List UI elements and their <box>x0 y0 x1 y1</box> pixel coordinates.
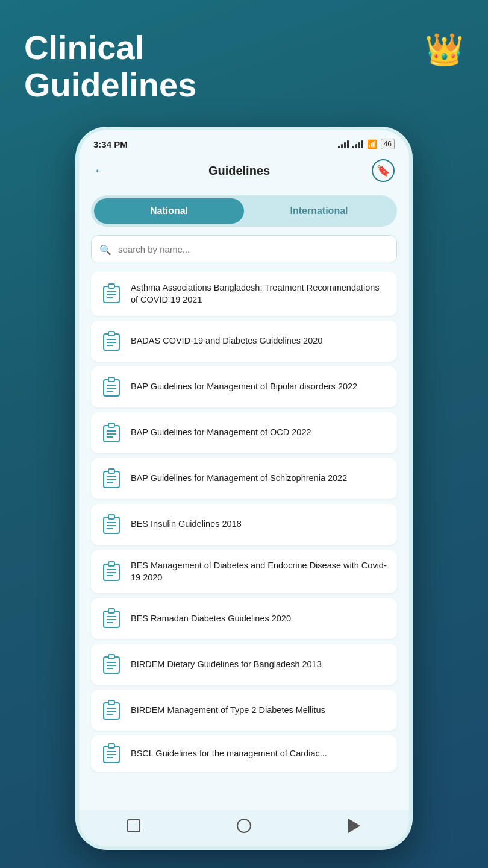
phone-inner: 3:34 PM 📶 46 <box>79 130 409 846</box>
tab-container: National International <box>91 195 397 227</box>
guideline-icon <box>101 283 122 304</box>
bookmark-button[interactable]: 🔖 <box>372 159 395 182</box>
nav-title: Guidelines <box>208 164 270 178</box>
guideline-text: BADAS COVID-19 and Diabetes Guidelines 2… <box>131 335 322 347</box>
guideline-text: BAP Guidelines for Management of Bipolar… <box>131 380 357 392</box>
status-icons: 📶 46 <box>338 139 395 149</box>
triangle-icon <box>348 819 360 833</box>
list-item[interactable]: Asthma Associations Bangladesh: Treatmen… <box>91 272 397 316</box>
list-item[interactable]: BSCL Guidelines for the management of Ca… <box>91 735 397 772</box>
list-item[interactable]: BES Management of Diabetes and Endocrine… <box>91 550 397 594</box>
guideline-icon <box>101 699 122 721</box>
back-button[interactable]: ← <box>93 163 107 178</box>
list-item[interactable]: BAP Guidelines for Management of Bipolar… <box>91 366 397 407</box>
nav-bar: ← Guidelines 🔖 <box>79 153 409 190</box>
tab-national[interactable]: National <box>94 198 244 224</box>
search-icon: 🔍 <box>99 244 111 255</box>
square-icon <box>127 819 140 832</box>
wifi-icon: 📶 <box>367 139 377 149</box>
guideline-icon <box>101 422 122 444</box>
guideline-icon <box>101 608 122 629</box>
svg-rect-31 <box>108 562 114 566</box>
status-time: 3:34 PM <box>93 139 128 149</box>
tab-international[interactable]: International <box>244 198 394 224</box>
svg-rect-36 <box>108 609 114 613</box>
guideline-text: BES Management of Diabetes and Endocrine… <box>131 559 387 584</box>
list-item[interactable]: BAP Guidelines for Management of Schizop… <box>91 458 397 499</box>
guideline-icon <box>101 330 122 352</box>
guideline-text: BES Ramadan Diabetes Guidelines 2020 <box>131 612 291 624</box>
svg-rect-51 <box>108 744 114 748</box>
guideline-icon <box>101 468 122 489</box>
guideline-text: BAP Guidelines for Management of OCD 202… <box>131 426 311 438</box>
nav-back-button[interactable] <box>346 817 363 834</box>
svg-rect-46 <box>108 700 114 705</box>
list-item[interactable]: BADAS COVID-19 and Diabetes Guidelines 2… <box>91 321 397 362</box>
signal-bars-1 <box>338 140 349 148</box>
list-item[interactable]: BES Insulin Guidelines 2018 <box>91 504 397 545</box>
guideline-icon <box>101 653 122 675</box>
phone-frame: 3:34 PM 📶 46 <box>75 127 413 850</box>
guideline-icon <box>101 561 122 582</box>
page-title: Clinical Guidelines <box>24 29 196 103</box>
svg-rect-11 <box>108 377 114 382</box>
guideline-text: BIRDEM Dietary Guidelines for Bangladesh… <box>131 658 322 670</box>
bookmark-icon: 🔖 <box>377 164 390 177</box>
svg-rect-26 <box>108 515 114 519</box>
list-item[interactable]: BIRDEM Management of Type 2 Diabetes Mel… <box>91 690 397 731</box>
guideline-text: BES Insulin Guidelines 2018 <box>131 518 242 530</box>
svg-rect-6 <box>108 332 114 336</box>
signal-bars-2 <box>352 140 363 148</box>
phone-mockup: 3:34 PM 📶 46 <box>75 127 413 850</box>
battery-icon: 46 <box>381 139 395 149</box>
guideline-icon <box>101 743 122 764</box>
guideline-text: Asthma Associations Bangladesh: Treatmen… <box>131 281 387 306</box>
crown-icon: 👑 <box>425 31 464 68</box>
list-item[interactable]: BAP Guidelines for Management of OCD 202… <box>91 412 397 453</box>
guidelines-list: Asthma Associations Bangladesh: Treatmen… <box>79 272 409 810</box>
guideline-text: BSCL Guidelines for the management of Ca… <box>131 747 327 760</box>
list-item[interactable]: BIRDEM Dietary Guidelines for Bangladesh… <box>91 644 397 685</box>
circle-icon <box>237 819 251 833</box>
svg-rect-16 <box>108 423 114 427</box>
guideline-text: BIRDEM Management of Type 2 Diabetes Mel… <box>131 704 325 716</box>
nav-square-button[interactable] <box>125 817 142 834</box>
svg-rect-41 <box>108 655 114 659</box>
bottom-nav <box>79 810 409 846</box>
nav-home-button[interactable] <box>236 817 252 834</box>
guideline-text: BAP Guidelines for Management of Schizop… <box>131 472 347 484</box>
status-bar: 3:34 PM 📶 46 <box>79 130 409 153</box>
page-header: Clinical Guidelines 👑 <box>0 0 488 115</box>
search-container: 🔍 <box>91 235 397 263</box>
list-item[interactable]: BES Ramadan Diabetes Guidelines 2020 <box>91 598 397 639</box>
svg-rect-1 <box>108 284 114 288</box>
guideline-icon <box>101 376 122 398</box>
svg-rect-21 <box>108 469 114 473</box>
guideline-icon <box>101 514 122 535</box>
search-input[interactable] <box>91 235 397 263</box>
